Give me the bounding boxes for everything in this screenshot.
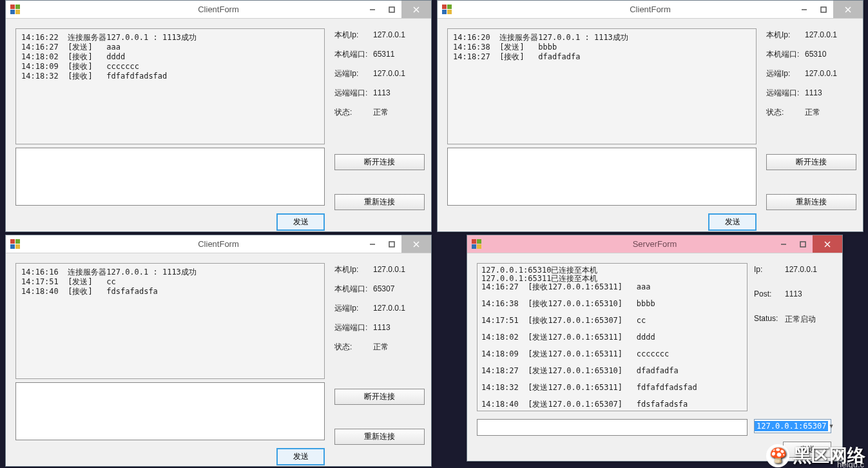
minimize-button[interactable] — [363, 1, 382, 18]
remote-port-value: 1113 — [373, 88, 391, 97]
maximize-button[interactable] — [382, 235, 401, 253]
status-label: 状态: — [766, 108, 805, 117]
close-button[interactable] — [401, 1, 431, 18]
client-window-1: ClientForm 14:16:22 连接服务器127.0.0.1 : 111… — [5, 0, 432, 232]
svg-rect-5 — [821, 7, 826, 12]
message-input[interactable] — [15, 148, 325, 206]
remote-ip-value: 127.0.0.1 — [805, 69, 837, 78]
titlebar[interactable]: ClientForm — [6, 1, 431, 19]
server-ip-label: Ip: — [754, 265, 785, 274]
svg-rect-1 — [389, 7, 394, 12]
window-title: ClientForm — [198, 5, 239, 14]
local-ip-label: 本机Ip: — [334, 265, 373, 274]
remote-port-label: 远端端口: — [334, 323, 373, 332]
send-button[interactable]: 发送 — [708, 213, 757, 231]
status-value: 正常 — [373, 342, 389, 351]
close-button[interactable] — [401, 235, 431, 253]
local-ip-label: 本机Ip: — [334, 30, 373, 39]
local-port-label: 本机端口: — [334, 284, 373, 293]
client-select-combo[interactable]: 127.0.0.1:65307 ▼ — [754, 419, 831, 433]
app-icon — [10, 5, 20, 15]
combo-selected-value: 127.0.0.1:65307 — [755, 421, 828, 431]
app-icon — [10, 239, 20, 249]
info-panel: 本机Ip:127.0.0.1 本机端口:65307 远端Ip:127.0.0.1… — [334, 265, 425, 362]
reconnect-button[interactable]: 重新连接 — [334, 194, 425, 210]
status-label: 状态: — [334, 342, 373, 351]
window-title: ClientForm — [630, 5, 671, 14]
send-button[interactable]: 发送 — [276, 448, 325, 465]
local-ip-value: 127.0.0.1 — [373, 30, 405, 39]
chevron-down-icon: ▼ — [828, 423, 834, 429]
close-button[interactable] — [813, 235, 842, 253]
maximize-button[interactable] — [814, 1, 833, 18]
svg-rect-9 — [389, 242, 394, 247]
server-ip-value: 127.0.0.1 — [785, 265, 817, 274]
send-button[interactable]: 发送 — [276, 213, 325, 231]
message-input[interactable] — [15, 382, 325, 440]
local-port-value: 65311 — [373, 50, 394, 59]
window-title: ServerForm — [633, 239, 677, 249]
local-port-value: 65310 — [805, 50, 826, 59]
remote-ip-value: 127.0.0.1 — [373, 304, 405, 313]
server-status-value: 正常启动 — [785, 314, 816, 325]
server-log-output: 127.0.0.1:65310已连接至本机 127.0.0.1:65311已连接… — [477, 263, 747, 411]
local-port-label: 本机端口: — [334, 50, 373, 59]
local-ip-label: 本机Ip: — [766, 30, 805, 39]
server-message-input[interactable] — [477, 419, 747, 436]
remote-port-label: 远端端口: — [766, 88, 805, 97]
log-output: 14:16:16 连接服务器127.0.0.1 : 1113成功 14:17:5… — [15, 263, 325, 379]
minimize-button[interactable] — [363, 235, 382, 253]
remote-port-label: 远端端口: — [334, 88, 373, 97]
mushroom-icon: 🍄 — [766, 444, 789, 467]
server-port-label: Post: — [754, 289, 785, 298]
disconnect-button[interactable]: 断开连接 — [766, 154, 856, 170]
reconnect-button[interactable]: 重新连接 — [334, 429, 425, 445]
info-panel: 本机Ip:127.0.0.1 本机端口:65311 远端Ip:127.0.0.1… — [334, 30, 425, 127]
client-window-3: ClientForm 14:16:16 连接服务器127.0.0.1 : 111… — [5, 235, 432, 467]
remote-ip-label: 远端Ip: — [334, 69, 373, 78]
local-ip-value: 127.0.0.1 — [373, 265, 405, 274]
remote-ip-label: 远端Ip: — [766, 69, 805, 78]
status-label: 状态: — [334, 108, 373, 117]
message-input[interactable] — [447, 148, 757, 206]
disconnect-button[interactable]: 断开连接 — [334, 154, 425, 170]
minimize-button[interactable] — [774, 235, 793, 253]
local-port-value: 65307 — [373, 284, 394, 293]
local-ip-value: 127.0.0.1 — [805, 30, 837, 39]
close-button[interactable] — [833, 1, 863, 18]
titlebar[interactable]: ClientForm — [6, 235, 431, 253]
status-value: 正常 — [805, 108, 820, 117]
local-port-label: 本机端口: — [766, 50, 805, 59]
status-value: 正常 — [373, 108, 389, 117]
window-title: ClientForm — [198, 239, 239, 249]
log-output: 14:16:20 连接服务器127.0.0.1 : 1113成功 14:16:3… — [447, 28, 757, 144]
reconnect-button[interactable]: 重新连接 — [766, 194, 856, 210]
minimize-button[interactable] — [795, 1, 814, 18]
watermark-url: heiqu.c — [837, 460, 864, 468]
maximize-button[interactable] — [793, 235, 813, 253]
remote-ip-value: 127.0.0.1 — [373, 69, 405, 78]
svg-rect-13 — [800, 242, 805, 247]
app-icon — [441, 5, 452, 15]
server-port-value: 1113 — [785, 289, 802, 298]
info-panel: 本机Ip:127.0.0.1 本机端口:65310 远端Ip:127.0.0.1… — [766, 30, 856, 127]
disconnect-button[interactable]: 断开连接 — [334, 389, 425, 405]
server-window: ServerForm 127.0.0.1:65310已连接至本机 127.0.0… — [467, 235, 843, 462]
log-output: 14:16:22 连接服务器127.0.0.1 : 1113成功 14:16:2… — [15, 28, 325, 144]
app-icon — [471, 239, 481, 249]
client-window-2: ClientForm 14:16:20 连接服务器127.0.0.1 : 111… — [437, 0, 863, 232]
server-info-panel: Ip:127.0.0.1 Post:1113 Status:正常启动 — [754, 265, 838, 340]
maximize-button[interactable] — [382, 1, 401, 18]
remote-port-value: 1113 — [373, 323, 391, 332]
titlebar[interactable]: ServerForm — [467, 235, 842, 253]
titlebar[interactable]: ClientForm — [438, 1, 863, 19]
server-status-label: Status: — [754, 314, 785, 325]
remote-ip-label: 远端Ip: — [334, 304, 373, 313]
remote-port-value: 1113 — [805, 88, 822, 97]
